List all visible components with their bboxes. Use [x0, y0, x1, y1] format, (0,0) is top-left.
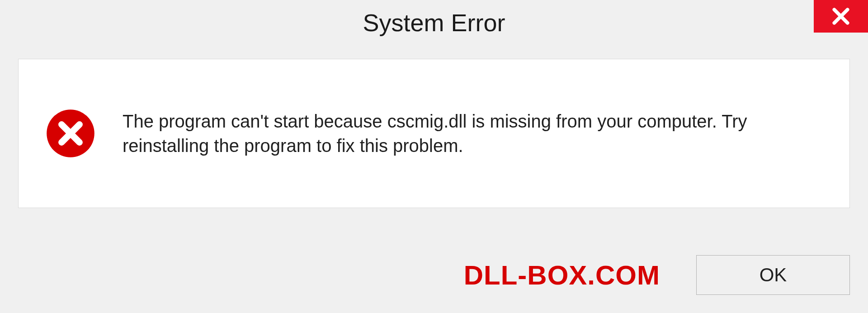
titlebar: System Error [0, 0, 868, 45]
dialog-title: System Error [363, 9, 505, 37]
close-icon [831, 6, 851, 26]
watermark-text: DLL-BOX.COM [464, 260, 660, 291]
close-button[interactable] [814, 0, 868, 33]
content-panel: The program can't start because cscmig.d… [18, 59, 850, 208]
ok-button[interactable]: OK [696, 255, 850, 295]
ok-button-label: OK [760, 264, 787, 286]
error-message: The program can't start because cscmig.d… [123, 109, 822, 158]
footer: DLL-BOX.COM OK [0, 255, 868, 295]
error-icon [46, 109, 95, 158]
